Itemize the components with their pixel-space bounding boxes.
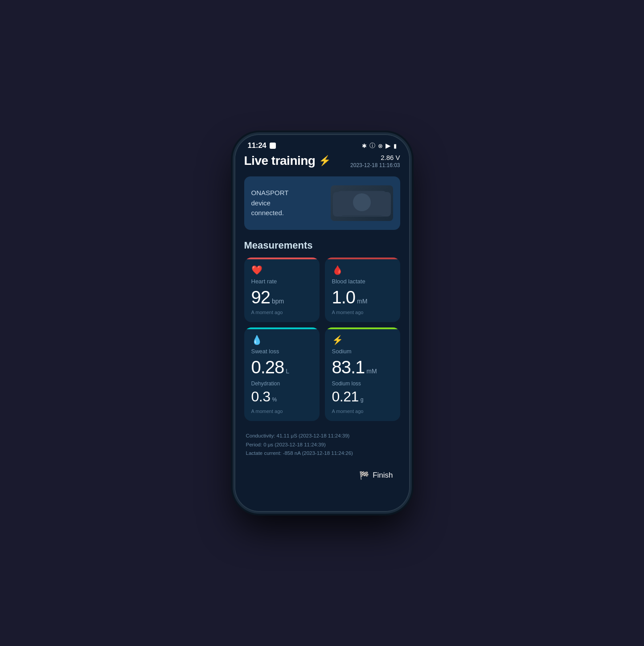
heart-rate-value: 92 bbox=[251, 288, 271, 306]
sodium-loss-value: 0.21 bbox=[332, 388, 359, 405]
sweat-loss-timestamp: A moment ago bbox=[251, 409, 312, 414]
sweat-loss-value-row: 0.28 L bbox=[251, 358, 312, 376]
minus-circle-icon: ⊗ bbox=[378, 143, 383, 149]
sodium-loss-label: Sodium loss bbox=[332, 380, 393, 387]
phone-screen: 11:24 ✱ ⓘ ⊗ ▶ ▮ Live training ⚡ bbox=[235, 135, 409, 511]
notch bbox=[289, 135, 356, 148]
svg-rect-3 bbox=[337, 210, 386, 213]
dehydration-unit: % bbox=[272, 397, 277, 403]
sodium-label: Sodium bbox=[332, 348, 393, 355]
header-right: 2.86 V 2023-12-18 11:16:03 bbox=[350, 154, 400, 168]
blood-lactate-value: 1.0 bbox=[332, 288, 356, 306]
heart-rate-unit: bpm bbox=[272, 298, 284, 305]
sodium-loss-secondary: Sodium loss 0.21 g bbox=[332, 380, 393, 405]
blood-lactate-timestamp: A moment ago bbox=[332, 310, 393, 315]
sodium-icon: ⚡ bbox=[332, 335, 393, 345]
sodium-value: 83.1 bbox=[332, 358, 365, 376]
status-icons: ✱ ⓘ ⊗ ▶ ▮ bbox=[362, 142, 397, 150]
sweat-loss-card: 💧 Sweat loss 0.28 L Dehydration 0.3 % bbox=[244, 327, 320, 421]
finish-label: Finish bbox=[373, 471, 393, 480]
lightning-icon: ⚡ bbox=[319, 155, 331, 167]
dehydration-value: 0.3 bbox=[251, 388, 271, 405]
sweat-icon: 💧 bbox=[251, 335, 312, 345]
finish-button[interactable]: 🏁 Finish bbox=[354, 467, 398, 484]
device-svg bbox=[331, 185, 393, 221]
svg-point-1 bbox=[352, 193, 372, 213]
device-status-line2: device bbox=[251, 198, 289, 209]
title-row: Live training ⚡ bbox=[244, 154, 331, 168]
sodium-loss-value-row: 0.21 g bbox=[332, 388, 393, 405]
voltage-display: 2.86 V bbox=[350, 154, 400, 161]
device-image bbox=[331, 185, 393, 221]
svg-point-2 bbox=[357, 199, 366, 208]
screen-record-indicator bbox=[270, 143, 276, 149]
debug-line-3: Lactate current: -858 nA (2023-12-18 11:… bbox=[246, 449, 398, 458]
sweat-loss-unit: L bbox=[286, 368, 289, 375]
page-header: Live training ⚡ 2.86 V 2023-12-18 11:16:… bbox=[244, 154, 400, 168]
debug-line-2: Period: 0 μs (2023-12-18 11:24:39) bbox=[246, 441, 398, 450]
measurements-section: Measurements ❤️ Heart rate 92 bpm A mome… bbox=[244, 240, 400, 421]
section-title: Measurements bbox=[244, 240, 400, 251]
wifi-icon: ▶ bbox=[386, 142, 391, 150]
sweat-loss-value: 0.28 bbox=[251, 358, 284, 376]
page-title: Live training bbox=[244, 154, 316, 168]
svg-rect-0 bbox=[333, 192, 391, 217]
bluetooth-icon: ✱ bbox=[362, 143, 367, 149]
device-name: ONASPORT bbox=[251, 188, 289, 198]
device-banner: ONASPORT device connected. bbox=[244, 176, 400, 230]
finish-row: 🏁 Finish bbox=[244, 467, 400, 484]
debug-line-1: Conductivity: 41.11 μS (2023-12-18 11:24… bbox=[246, 432, 398, 441]
sodium-card: ⚡ Sodium 83.1 mM Sodium loss 0.21 g bbox=[325, 327, 400, 421]
location-icon: ⓘ bbox=[369, 142, 375, 150]
heart-rate-timestamp: A moment ago bbox=[251, 310, 312, 315]
device-status-line3: connected. bbox=[251, 208, 289, 218]
sodium-timestamp: A moment ago bbox=[332, 409, 393, 414]
dehydration-label: Dehydration bbox=[251, 380, 312, 387]
device-text: ONASPORT device connected. bbox=[251, 188, 289, 218]
sweat-loss-label: Sweat loss bbox=[251, 348, 312, 355]
screen-content: Live training ⚡ 2.86 V 2023-12-18 11:16:… bbox=[235, 154, 409, 511]
blood-lactate-unit: mM bbox=[357, 298, 367, 305]
metrics-grid: ❤️ Heart rate 92 bpm A moment ago 🩸 Bloo… bbox=[244, 258, 400, 421]
sodium-value-row: 83.1 mM bbox=[332, 358, 393, 376]
heart-rate-label: Heart rate bbox=[251, 278, 312, 285]
blood-lactate-value-row: 1.0 mM bbox=[332, 288, 393, 306]
sodium-unit: mM bbox=[366, 368, 377, 375]
heart-rate-value-row: 92 bpm bbox=[251, 288, 312, 306]
heart-rate-card: ❤️ Heart rate 92 bpm A moment ago bbox=[244, 258, 320, 322]
heart-icon: ❤️ bbox=[251, 265, 312, 275]
dehydration-value-row: 0.3 % bbox=[251, 388, 312, 405]
blood-icon: 🩸 bbox=[332, 265, 393, 275]
debug-info: Conductivity: 41.11 μS (2023-12-18 11:24… bbox=[244, 427, 400, 462]
status-time: 11:24 bbox=[248, 141, 267, 150]
dehydration-secondary: Dehydration 0.3 % bbox=[251, 380, 312, 405]
finish-flag-icon: 🏁 bbox=[359, 470, 369, 480]
blood-lactate-label: Blood lactate bbox=[332, 278, 393, 285]
battery-icon: ▮ bbox=[394, 143, 397, 149]
svg-rect-4 bbox=[342, 213, 382, 216]
phone-frame: 11:24 ✱ ⓘ ⊗ ▶ ▮ Live training ⚡ bbox=[235, 135, 409, 511]
datetime-display: 2023-12-18 11:16:03 bbox=[350, 162, 400, 168]
blood-lactate-card: 🩸 Blood lactate 1.0 mM A moment ago bbox=[325, 258, 400, 322]
sodium-loss-unit: g bbox=[361, 397, 364, 403]
